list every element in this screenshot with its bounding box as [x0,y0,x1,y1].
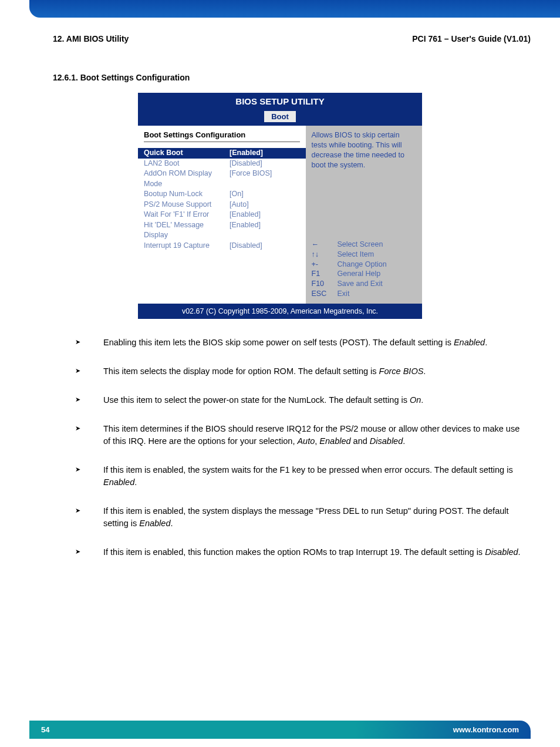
list-item: ➤If this item is enabled, the system wai… [75,464,525,489]
footer-url: www.kontron.com [453,725,519,734]
bios-tab-row: Boot [138,107,422,126]
bios-footer: v02.67 (C) Copyright 1985-2009, American… [138,304,422,319]
bios-body: Boot Settings Configuration Quick Boot[E… [138,126,422,304]
bios-setting-label: Hit 'DEL' Message Display [144,220,230,241]
list-item-text: Use this item to select the power-on sta… [103,395,423,405]
list-item: ➤If this item is enabled, this function … [75,546,525,558]
bios-key-action: General Help [338,269,381,279]
bios-key-row: ←Select Screen [312,240,416,250]
bios-key: ESC [312,289,332,299]
list-item: ➤This item selects the display mode for … [75,365,525,378]
bullet-icon: ➤ [75,338,80,347]
list-item: ➤If this item is enabled, the system dis… [75,505,525,530]
top-decorative-bar [29,0,560,18]
bios-setting-value: [On] [230,189,299,200]
list-item-text: Enabling this item lets the BIOS skip so… [103,338,487,347]
list-item-text: If this item is enabled, the system disp… [103,506,509,528]
bios-setting-row: LAN2 Boot[Disabled] [144,159,300,169]
page-number: 54 [41,725,49,734]
bios-key-action: Select Item [338,250,375,260]
bios-help-panel: Allows BIOS to skip certain tests while … [306,126,422,304]
bios-left-inner: Boot Settings Configuration Quick Boot[E… [138,126,306,304]
bios-key: +- [312,260,332,270]
header-right: PCI 761 – User's Guide (V1.01) [412,34,531,43]
bios-setting-value: [Enabled] [230,148,299,159]
bios-setting-row: Wait For 'F1' If Error[Enabled] [144,210,300,220]
bios-setting-label: LAN2 Boot [144,159,230,169]
bios-setting-value: [Disabled] [230,241,299,251]
bios-key: ↑↓ [312,250,332,260]
bios-screenshot: BIOS SETUP UTILITY Boot Boot Settings Co… [138,93,422,319]
bios-setting-value: [Auto] [230,200,299,210]
bios-key-row: ESCExit [312,289,416,299]
bios-key-action: Exit [338,289,350,299]
bios-setting-value: [Enabled] [230,220,299,241]
bios-setting-label: Wait For 'F1' If Error [144,210,230,220]
bullet-icon: ➤ [75,424,80,433]
bios-setting-label: PS/2 Mouse Support [144,200,230,210]
list-item: ➤This item determines if the BIOS should… [75,423,525,447]
bullet-icon: ➤ [75,366,80,376]
bios-setting-row: Quick Boot[Enabled] [138,148,306,159]
bios-setting-label: Interrupt 19 Capture [144,241,230,251]
bios-left-panel: Boot Settings Configuration Quick Boot[E… [138,126,306,304]
list-item-text: This item selects the display mode for o… [103,366,426,376]
bios-tab-boot: Boot [264,111,296,122]
bios-key-row: +-Change Option [312,260,416,270]
bios-key-row: F1General Help [312,269,416,279]
list-item: ➤Enabling this item lets the BIOS skip s… [75,337,525,349]
bios-setting-row: Bootup Num-Lock[On] [144,189,300,200]
bios-settings-list: Quick Boot[Enabled]LAN2 Boot[Disabled]Ad… [144,148,300,251]
page-footer-bar: 54 www.kontron.com [29,721,531,739]
header-left: 12. AMI BIOS Utility [53,34,129,43]
bullet-icon: ➤ [75,395,80,405]
bios-setting-value: [Force BIOS] [230,169,299,189]
bios-setting-row: Hit 'DEL' Message Display[Enabled] [144,220,300,241]
bios-setting-row: AddOn ROM Display Mode[Force BIOS] [144,169,300,189]
bios-title: BIOS SETUP UTILITY [138,93,422,107]
header-row: 12. AMI BIOS Utility PCI 761 – User's Gu… [0,18,560,43]
list-item-text: If this item is enabled, this function m… [103,547,521,557]
bios-setting-label: AddOn ROM Display Mode [144,169,230,189]
bullet-list: ➤Enabling this item lets the BIOS skip s… [0,319,560,558]
bios-setting-value: [Disabled] [230,159,299,169]
bios-key-row: ↑↓Select Item [312,250,416,260]
bios-key: F10 [312,279,332,289]
bios-key: ← [312,240,332,250]
bullet-icon: ➤ [75,547,80,557]
bios-setting-row: Interrupt 19 Capture[Disabled] [144,241,300,251]
bios-key-action: Change Option [338,260,387,270]
bios-setting-label: Bootup Num-Lock [144,189,230,200]
bios-setting-row: PS/2 Mouse Support[Auto] [144,200,300,210]
bullet-icon: ➤ [75,506,80,516]
bios-setting-value: [Enabled] [230,210,299,220]
list-item-text: This item determines if the BIOS should … [103,424,519,446]
list-item-text: If this item is enabled, the system wait… [103,465,513,487]
bios-key: F1 [312,269,332,279]
bios-key-action: Save and Exit [338,279,383,289]
bios-key-action: Select Screen [338,240,383,250]
bios-help-text: Allows BIOS to skip certain tests while … [312,130,416,170]
section-title: 12.6.1. Boot Settings Configuration [0,43,560,93]
page: 12. AMI BIOS Utility PCI 761 – User's Gu… [0,0,560,747]
bios-key-row: F10Save and Exit [312,279,416,289]
list-item: ➤Use this item to select the power-on st… [75,394,525,406]
bullet-icon: ➤ [75,465,80,475]
bios-setting-label: Quick Boot [144,148,230,159]
bios-key-legend: ←Select Screen↑↓Select Item+-Change Opti… [312,240,416,299]
bios-panel-title: Boot Settings Configuration [144,130,300,142]
